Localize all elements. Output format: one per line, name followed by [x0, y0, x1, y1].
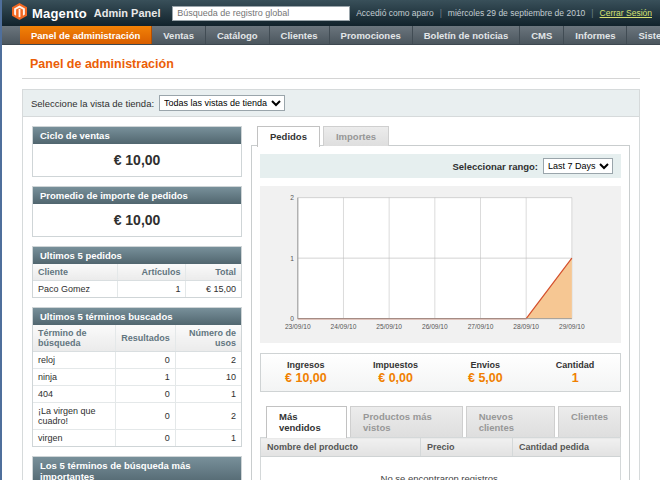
stat-envios: Envios € 5,00 [441, 360, 531, 385]
divider: | [440, 8, 442, 18]
last-search-terms-table: Término de búsquedaResultadosNúmero de u… [33, 325, 241, 446]
top-search-terms-title: Los 5 términos de búsqueda más important… [33, 457, 241, 480]
nav-item-boletin[interactable]: Boletín de noticias [413, 26, 520, 44]
table-row[interactable]: virgen01 [33, 430, 241, 447]
brand-name: Magento [32, 6, 87, 21]
nav-item-ventas[interactable]: Ventas [152, 26, 206, 44]
table-cell: 1 [118, 281, 186, 298]
table-header-row: Nombre del productoPrecioCantidad pedida [261, 438, 621, 457]
table-row[interactable]: reloj02 [33, 352, 241, 369]
table-cell: Paco Gomez [33, 281, 118, 298]
content-wrapper: Seleccione la vista de tienda: Todas las… [22, 89, 640, 480]
last-search-terms-card: Ultimos 5 términos buscados Término de b… [32, 307, 242, 447]
tab-importes[interactable]: Importes [323, 126, 389, 146]
stat-value: € 5,00 [441, 371, 531, 385]
logout-link[interactable]: Cerrar Sesión [600, 8, 652, 18]
table-row[interactable]: ninja110 [33, 369, 241, 386]
svg-text:28/09/10: 28/09/10 [513, 323, 539, 330]
global-search-input[interactable] [172, 6, 350, 21]
range-select[interactable]: Last 7 Days [543, 158, 613, 174]
lifetime-sales-value: € 10,00 [33, 144, 241, 176]
store-view-select[interactable]: Todas las vistas de tienda [159, 95, 285, 111]
store-view-label: Seleccione la vista de tienda: [31, 98, 154, 109]
svg-text:26/09/10: 26/09/10 [422, 323, 448, 330]
table-cell: ninja [33, 369, 116, 386]
svg-text:24/09/10: 24/09/10 [331, 323, 357, 330]
title-divider [22, 78, 640, 79]
table-cell: reloj [33, 352, 116, 369]
table-cell: 2 [175, 403, 241, 430]
magento-logo-icon [12, 3, 27, 24]
table-row[interactable]: 40401 [33, 386, 241, 403]
svg-text:2: 2 [290, 194, 294, 201]
tab-pedidos[interactable]: Pedidos [257, 126, 320, 147]
svg-text:1: 1 [290, 255, 294, 262]
orders-chart: 01223/09/1024/09/1025/09/1026/09/1027/09… [260, 192, 621, 341]
right-column: Pedidos Importes Seleccionar rango: Last… [251, 126, 630, 480]
last-orders-table: ClienteArtículosTotal Paco Gomez1€ 15,00 [33, 264, 241, 297]
table-header-row: Término de búsquedaResultadosNúmero de u… [33, 325, 241, 352]
stat-cantidad: Cantidad 1 [530, 360, 620, 385]
stat-value: € 0,00 [351, 371, 441, 385]
nav-item-promociones[interactable]: Promociones [330, 26, 413, 44]
average-orders-value: € 10,00 [33, 204, 241, 236]
tab-mas-vendidos[interactable]: Más vendidos [266, 406, 347, 438]
column-header: Nombre del producto [261, 438, 421, 457]
nav-item-panel-de-administracion[interactable]: Panel de administración [20, 26, 152, 44]
table-cell: € 15,00 [186, 281, 241, 298]
last-search-terms-title: Ultimos 5 términos buscados [33, 308, 241, 325]
column-header: Precio [421, 438, 513, 457]
nav-item-sistema[interactable]: Sistema [627, 26, 660, 44]
table-row[interactable]: ¡La virgen que cuadro!02 [33, 403, 241, 430]
brand: Magento Admin Panel [12, 3, 160, 24]
stat-label: Cantidad [530, 360, 620, 370]
main-nav: Panel de administración Ventas Catálogo … [2, 26, 660, 45]
table-cell: ¡La virgen que cuadro! [33, 403, 116, 430]
divider: | [591, 8, 593, 18]
stats-bar: Ingresos € 10,00 Impuestos € 0,00 Envios… [260, 353, 621, 392]
tab-clientes[interactable]: Clientes [558, 406, 621, 437]
stat-label: Envios [441, 360, 531, 370]
svg-text:0: 0 [290, 315, 294, 322]
nav-item-cms[interactable]: CMS [520, 26, 564, 44]
chart-container: 01223/09/1024/09/1025/09/1026/09/1027/09… [260, 186, 621, 343]
stat-ingresos: Ingresos € 10,00 [261, 360, 351, 385]
table-header-row: ClienteArtículosTotal [33, 264, 241, 281]
table-row[interactable]: Paco Gomez1€ 15,00 [33, 281, 241, 298]
nav-item-catalogo[interactable]: Catálogo [206, 26, 270, 44]
lifetime-sales-title: Ciclo de ventas [33, 127, 241, 144]
dashboard-columns: Ciclo de ventas € 10,00 Promedio de impo… [23, 117, 639, 480]
stat-label: Ingresos [261, 360, 351, 370]
column-header: Término de búsqueda [33, 325, 116, 352]
column-header: Resultados [116, 325, 176, 352]
nav-item-clientes[interactable]: Clientes [270, 26, 330, 44]
header-right: Accedió como aparo | miércoles 29 de sep… [172, 6, 652, 21]
last-orders-card: Ultimos 5 pedidos ClienteArtículosTotal … [32, 246, 242, 298]
range-bar: Seleccionar rango: Last 7 Days [260, 154, 621, 178]
average-orders-card: Promedio de importe de pedidos € 10,00 [32, 186, 242, 237]
stat-value: € 10,00 [261, 371, 351, 385]
table-cell: virgen [33, 430, 116, 447]
table-cell: 1 [116, 369, 176, 386]
tab-productos-mas-vistos[interactable]: Productos más vistos [350, 406, 463, 437]
bestsellers-table: Nombre del productoPrecioCantidad pedida… [260, 437, 621, 480]
column-header: Artículos [118, 264, 186, 281]
brand-suffix: Admin Panel [94, 7, 161, 19]
last-orders-title: Ultimos 5 pedidos [33, 247, 241, 264]
nav-item-informes[interactable]: Informes [564, 26, 627, 44]
lifetime-sales-card: Ciclo de ventas € 10,00 [32, 126, 242, 177]
store-view-bar: Seleccione la vista de tienda: Todas las… [23, 90, 639, 117]
stat-impuestos: Impuestos € 0,00 [351, 360, 441, 385]
empty-row: No se encontraron registros. [261, 457, 621, 480]
average-orders-title: Promedio de importe de pedidos [33, 187, 241, 204]
tab-nuevos-clientes[interactable]: Nuevos clientes [466, 406, 555, 437]
stat-label: Impuestos [351, 360, 441, 370]
current-date: miércoles 29 de septiembre de 2010 [448, 8, 586, 18]
table-cell: 1 [175, 430, 241, 447]
stat-value: 1 [530, 371, 620, 385]
column-header: Número de usos [175, 325, 241, 352]
column-header: Total [186, 264, 241, 281]
logged-in-as: Accedió como aparo [356, 8, 434, 18]
column-header: Cliente [33, 264, 118, 281]
range-label: Seleccionar rango: [452, 161, 538, 172]
